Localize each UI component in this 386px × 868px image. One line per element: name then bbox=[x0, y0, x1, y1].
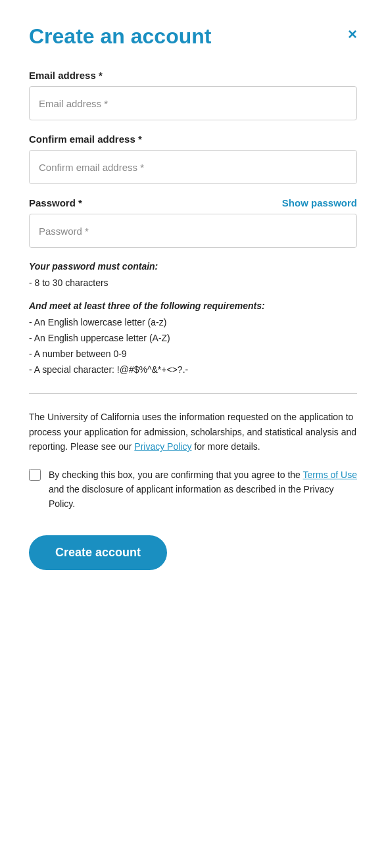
confirm-email-group: Confirm email address * bbox=[29, 133, 357, 184]
confirm-email-label: Confirm email address * bbox=[29, 133, 357, 145]
create-account-button[interactable]: Create account bbox=[29, 535, 167, 570]
show-password-link[interactable]: Show password bbox=[282, 197, 357, 208]
terms-label: By checking this box, you are confirming… bbox=[49, 468, 357, 512]
create-account-form: Email address * Confirm email address * … bbox=[29, 70, 357, 569]
req-heading-2: And meet at least three of the following… bbox=[29, 301, 357, 311]
req-rule-5: - A special character: !@#$%^&*+<>?.- bbox=[29, 362, 357, 378]
password-group: Password * Show password bbox=[29, 197, 357, 248]
password-input[interactable] bbox=[29, 214, 357, 248]
terms-of-use-link[interactable]: Terms of Use bbox=[303, 470, 357, 480]
email-group: Email address * bbox=[29, 70, 357, 120]
password-header: Password * Show password bbox=[29, 197, 357, 208]
privacy-text-after: for more details. bbox=[191, 441, 260, 452]
password-requirements: Your password must contain: - 8 to 30 ch… bbox=[29, 261, 357, 377]
req-heading-1: Your password must contain: bbox=[29, 261, 357, 272]
checkbox-label-after: and the disclosure of applicant informat… bbox=[49, 484, 333, 509]
privacy-policy-link[interactable]: Privacy Policy bbox=[134, 441, 191, 452]
modal-header: Create an account × bbox=[29, 24, 357, 49]
confirm-email-input[interactable] bbox=[29, 150, 357, 184]
req-rule-3: - An English uppercase letter (A-Z) bbox=[29, 331, 357, 347]
req-rule-1: - 8 to 30 characters bbox=[29, 276, 357, 291]
terms-checkbox-group: By checking this box, you are confirming… bbox=[29, 468, 357, 512]
email-input[interactable] bbox=[29, 86, 357, 120]
page-title: Create an account bbox=[29, 24, 211, 49]
close-button[interactable]: × bbox=[348, 26, 357, 42]
terms-checkbox[interactable] bbox=[29, 469, 41, 481]
create-account-modal: Create an account × Email address * Conf… bbox=[0, 0, 386, 868]
email-label: Email address * bbox=[29, 70, 357, 81]
password-label: Password * bbox=[29, 197, 82, 208]
divider bbox=[29, 393, 357, 394]
privacy-text: The University of California uses the in… bbox=[29, 410, 357, 454]
req-rule-4: - A number between 0-9 bbox=[29, 347, 357, 362]
checkbox-label-before: By checking this box, you are confirming… bbox=[49, 470, 303, 480]
req-rule-2: - An English lowercase letter (a-z) bbox=[29, 315, 357, 331]
